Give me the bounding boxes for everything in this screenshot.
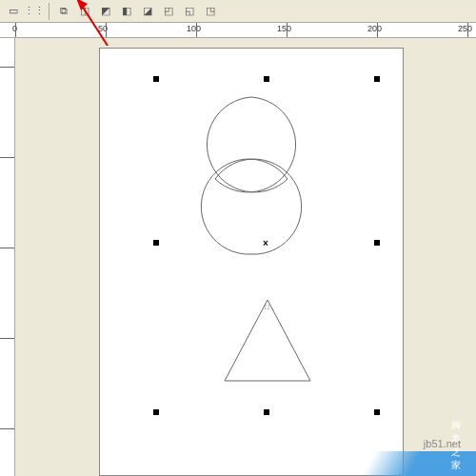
horizontal-ruler[interactable]: 0 50 100 150 200 250 xyxy=(0,23,476,38)
combine-icon: ◳ xyxy=(206,6,215,16)
selection-handle[interactable] xyxy=(374,76,380,82)
tb-btn-8[interactable]: ◱ xyxy=(180,2,199,21)
toolbar-separator xyxy=(49,3,50,20)
selection-handle[interactable] xyxy=(153,409,159,415)
selection-handle[interactable] xyxy=(153,240,159,246)
simplify-icon: ◪ xyxy=(143,6,152,16)
selection-handle[interactable] xyxy=(153,76,159,82)
tb-btn-2[interactable]: ⧉ xyxy=(54,2,73,21)
ruler-tick-100: 100 xyxy=(187,24,201,33)
ruler-tick-250: 250 xyxy=(458,24,472,33)
tb-btn-7[interactable]: ◰ xyxy=(159,2,178,21)
tb-btn-6[interactable]: ◪ xyxy=(138,2,157,21)
selection-handle[interactable] xyxy=(264,76,269,82)
canvas-workspace[interactable]: × □ xyxy=(15,38,476,476)
selection-center-mark: × xyxy=(263,238,268,248)
svg-line-0 xyxy=(82,6,108,46)
svg-marker-2 xyxy=(225,300,310,381)
back-icon: ◱ xyxy=(185,6,194,16)
vertical-ruler[interactable] xyxy=(0,38,15,476)
triangle-node-mark: □ xyxy=(265,303,269,311)
intersect-icon: ◧ xyxy=(122,6,131,16)
club-shape-object[interactable] xyxy=(156,88,347,326)
ruler-tick-200: 200 xyxy=(367,24,382,33)
selection-handle[interactable] xyxy=(374,409,380,415)
group-icon: ⧉ xyxy=(60,6,68,16)
ruler-tick-150: 150 xyxy=(277,24,291,33)
tb-btn-9[interactable]: ◳ xyxy=(201,2,220,21)
selection-handle[interactable] xyxy=(374,240,380,246)
watermark-brand: 脚本之家 xyxy=(451,419,461,472)
front-icon: ◰ xyxy=(164,6,173,16)
red-arrow-annotation xyxy=(74,0,112,46)
selection-handle[interactable] xyxy=(264,409,269,415)
align-icon: ▭ xyxy=(9,6,18,16)
tb-btn-5[interactable]: ◧ xyxy=(117,2,136,21)
tb-btn-0[interactable]: ▭ xyxy=(4,2,23,21)
svg-marker-1 xyxy=(76,0,88,10)
tb-btn-1[interactable]: ⋮⋮ xyxy=(25,2,44,21)
property-bar: ▭ ⋮⋮ ⧉ ◫ ◩ ◧ ◪ ◰ ◱ ◳ xyxy=(0,0,476,23)
distribute-icon: ⋮⋮ xyxy=(24,6,45,16)
